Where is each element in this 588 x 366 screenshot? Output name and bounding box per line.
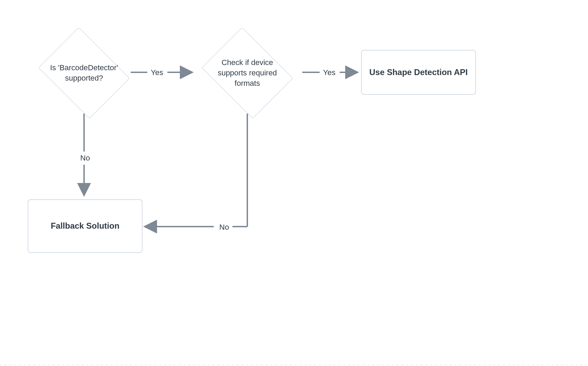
decision-barcode-supported-label: Is 'BarcodeDetector' supported? xyxy=(46,63,122,83)
result-use-api: Use Shape Detection API xyxy=(361,50,476,95)
edge-label-d2-no: No xyxy=(218,222,230,232)
footer-dots xyxy=(0,364,588,366)
edge-label-d1-yes: Yes xyxy=(149,67,165,78)
decision-formats-supported: Check if device supports required format… xyxy=(197,33,297,113)
result-use-api-label: Use Shape Detection API xyxy=(369,67,468,78)
decision-formats-supported-label: Check if device supports required format… xyxy=(210,57,285,88)
flowchart: Is 'BarcodeDetector' supported? Check if… xyxy=(0,0,588,366)
edge-label-d1-no: No xyxy=(79,153,91,163)
result-fallback: Fallback Solution xyxy=(28,199,143,253)
decision-barcode-supported: Is 'BarcodeDetector' supported? xyxy=(34,33,134,113)
edge-label-d2-yes: Yes xyxy=(322,67,337,78)
result-fallback-label: Fallback Solution xyxy=(51,220,120,231)
